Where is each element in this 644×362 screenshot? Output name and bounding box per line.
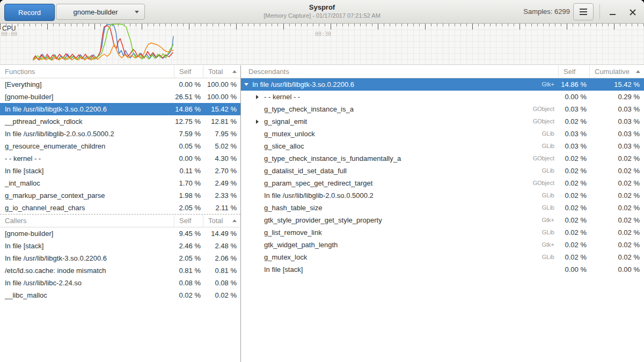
descendant-cumulative-percent: 0.29 %	[589, 91, 644, 103]
function-self-percent: 0.00 %	[174, 152, 203, 165]
function-self-percent: 0.00 %	[174, 78, 203, 91]
descendant-self-percent: 0.02 %	[558, 239, 589, 251]
descendant-row[interactable]: g_param_spec_get_redirect_target GObject…	[241, 177, 644, 189]
expander-icon[interactable]	[256, 95, 264, 99]
library-badge	[554, 91, 558, 103]
descendant-row[interactable]: g_slice_alloc GLib 0.03 % 0.03 %	[241, 140, 644, 152]
menu-button[interactable]	[573, 3, 594, 20]
descendant-row[interactable]: g_type_check_instance_is_fundamentally_a…	[241, 152, 644, 165]
caller-name: In file /usr/lib/libc-2.24.so	[0, 277, 174, 289]
descendant-row[interactable]: gtk_widget_path_length Gtk+ 0.02 % 0.02 …	[241, 239, 644, 251]
callers-self-column-header[interactable]: Self	[174, 215, 203, 227]
callers-total-column-header[interactable]: Total	[203, 215, 240, 227]
descendant-row[interactable]: g_list_remove_link GLib 0.02 % 0.02 %	[241, 226, 644, 239]
minimize-button[interactable]	[605, 5, 619, 19]
descendant-row[interactable]: gtk_style_provider_get_style_property Gt…	[241, 214, 644, 226]
function-row[interactable]: In file /usr/lib/libglib-2.0.so.0.5000.2…	[0, 128, 240, 140]
close-button[interactable]	[626, 5, 640, 19]
library-badge: GLib	[542, 226, 558, 239]
descendant-row[interactable]: In file [stack] 0.00 % 0.00 %	[241, 263, 644, 276]
record-button[interactable]: Record	[4, 4, 55, 21]
library-badge: GLib	[542, 251, 558, 263]
caller-row[interactable]: In file /usr/lib/libc-2.24.so 0.08 % 0.0…	[0, 277, 240, 289]
function-total-percent: 100.00 %	[203, 78, 240, 91]
descendants-self-column-header[interactable]: Self	[558, 65, 589, 78]
descendants-cumulative-column-header[interactable]: Cumulative	[589, 65, 644, 78]
descendant-cumulative-percent: 0.03 %	[589, 103, 644, 115]
function-row[interactable]: [Everything] 0.00 % 100.00 %	[0, 78, 240, 91]
functions-total-column-header[interactable]: Total	[203, 65, 240, 78]
descendant-cumulative-percent: 0.02 %	[589, 202, 644, 214]
target-selector-dropdown[interactable]: gnome-builder	[56, 4, 145, 20]
descendant-row[interactable]: g_signal_emit GObject 0.02 % 0.03 %	[241, 115, 644, 128]
function-name: g_markup_parse_context_parse	[0, 189, 174, 202]
function-row[interactable]: In file [stack] 0.11 % 2.70 %	[0, 165, 240, 177]
cpu-usage-graph[interactable]: CPU 00:00 00:30	[0, 24, 644, 65]
function-total-percent: 2.49 %	[203, 177, 240, 189]
minimize-icon	[610, 14, 616, 15]
function-row[interactable]: g_io_channel_read_chars 2.05 % 2.11 %	[0, 202, 240, 214]
function-self-percent: 7.59 %	[174, 128, 203, 140]
descendants-column-header[interactable]: Descendants	[241, 65, 558, 78]
caller-row[interactable]: In file /usr/lib/libgtk-3.so.0.2200.6 2.…	[0, 252, 240, 264]
descendants-panel: Descendants Self Cumulative In file /usr…	[240, 65, 644, 362]
descendant-row[interactable]: In file /usr/lib/libgtk-3.so.0.2200.6 Gt…	[241, 78, 644, 91]
descendant-row[interactable]: In file /usr/lib/libglib-2.0.so.0.5000.2…	[241, 189, 644, 202]
descendant-cumulative-percent: 0.02 %	[589, 239, 644, 251]
function-row[interactable]: - - kernel - - 0.00 % 4.30 %	[0, 152, 240, 165]
descendant-row[interactable]: g_type_check_instance_is_a GObject 0.03 …	[241, 103, 644, 115]
expander-icon[interactable]	[256, 120, 264, 124]
descendant-row[interactable]: g_datalist_id_set_data_full GLib 0.02 % …	[241, 165, 644, 177]
descendants-table-header: Descendants Self Cumulative	[241, 65, 644, 78]
callers-column-header[interactable]: Callers	[0, 215, 174, 227]
function-name: In file /usr/lib/libglib-2.0.so.0.5000.2	[0, 128, 174, 140]
caller-self-percent: 2.46 %	[174, 240, 203, 252]
descendant-row[interactable]: g_mutex_lock GLib 0.02 % 0.02 %	[241, 251, 644, 263]
functions-self-column-header[interactable]: Self	[174, 65, 203, 78]
caller-row[interactable]: In file [stack] 2.46 % 2.48 %	[0, 240, 240, 252]
descendant-name: g_mutex_lock	[264, 251, 307, 263]
function-row[interactable]: _int_malloc 1.70 % 2.49 %	[0, 177, 240, 189]
caller-row[interactable]: __libc_malloc 0.02 % 0.02 %	[0, 289, 240, 301]
function-row[interactable]: __pthread_rwlock_rdlock 12.75 % 12.81 %	[0, 115, 240, 128]
target-selector-label: gnome-builder	[56, 8, 135, 16]
header-separator	[599, 4, 600, 19]
chevron-down-icon	[135, 11, 139, 13]
function-row[interactable]: g_resource_enumerate_children 0.05 % 5.0…	[0, 140, 240, 152]
caller-name: __libc_malloc	[0, 289, 174, 301]
sort-ascending-icon	[232, 70, 237, 73]
library-badge: GObject	[533, 152, 558, 165]
function-name: _int_malloc	[0, 177, 174, 189]
descendant-self-percent: 14.86 %	[558, 78, 589, 91]
descendant-self-percent: 0.02 %	[558, 202, 589, 214]
descendant-name: g_signal_emit	[264, 115, 307, 128]
caller-row[interactable]: /etc/ld.so.cache: inode mismatch 0.81 % …	[0, 264, 240, 277]
descendant-row[interactable]: - - kernel - - 0.00 % 0.29 %	[241, 91, 644, 103]
cpu-series-lines	[0, 24, 644, 65]
function-row[interactable]: [gnome-builder] 26.51 % 100.00 %	[0, 91, 240, 103]
functions-column-header[interactable]: Functions	[0, 65, 174, 78]
functions-table-body: [Everything] 0.00 % 100.00 % [gnome-buil…	[0, 78, 240, 215]
close-icon	[630, 9, 636, 16]
descendant-name: - - kernel - -	[264, 91, 300, 103]
caller-self-percent: 9.45 %	[174, 227, 203, 240]
function-row[interactable]: g_markup_parse_context_parse 1.98 % 2.33…	[0, 189, 240, 202]
descendant-self-percent: 0.03 %	[558, 103, 589, 115]
function-self-percent: 2.05 %	[174, 202, 203, 214]
cpu-orange-line	[33, 43, 173, 60]
function-name: __pthread_rwlock_rdlock	[0, 115, 174, 128]
descendant-cumulative-percent: 0.02 %	[589, 152, 644, 165]
descendant-self-percent: 0.02 %	[558, 226, 589, 239]
caller-self-percent: 0.81 %	[174, 264, 203, 277]
caller-self-percent: 2.05 %	[174, 252, 203, 264]
descendant-row[interactable]: g_hash_table_size GLib 0.02 % 0.02 %	[241, 202, 644, 214]
callers-table-body: [gnome-builder] 9.45 % 14.49 % In file […	[0, 227, 240, 301]
descendant-name: g_type_check_instance_is_a	[264, 103, 354, 115]
function-total-percent: 7.95 %	[203, 128, 240, 140]
expander-icon[interactable]	[244, 83, 252, 86]
descendant-row[interactable]: g_mutex_unlock GLib 0.03 % 0.03 %	[241, 128, 644, 140]
function-row[interactable]: In file /usr/lib/libgtk-3.so.0.2200.6 14…	[0, 103, 240, 115]
descendant-name: g_hash_table_size	[264, 202, 322, 214]
caller-row[interactable]: [gnome-builder] 9.45 % 14.49 %	[0, 227, 240, 240]
sort-ascending-icon	[636, 70, 640, 73]
